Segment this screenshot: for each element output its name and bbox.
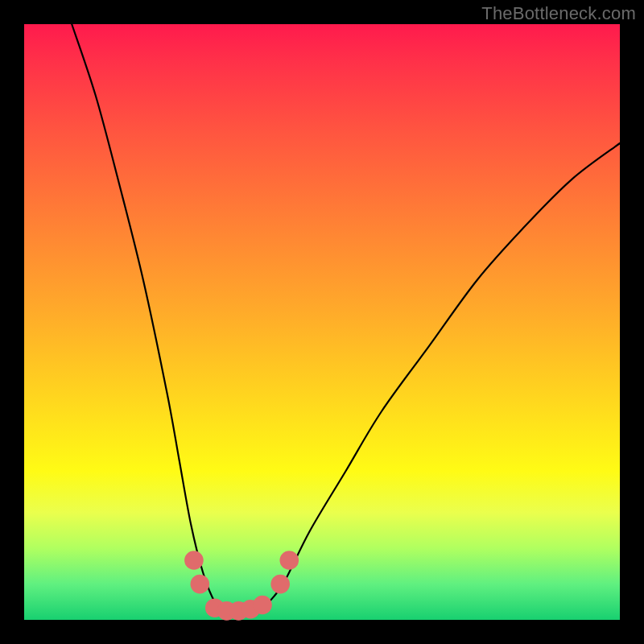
bottleneck-curve [72, 24, 620, 615]
marker-group [184, 551, 299, 621]
marker-bottom-5 [253, 596, 272, 615]
marker-right-lower [270, 575, 290, 594]
watermark-text: TheBottleneck.com [481, 3, 636, 24]
plot-area [24, 24, 620, 620]
chart-svg [24, 24, 620, 620]
chart-frame: TheBottleneck.com [0, 0, 644, 644]
marker-left-upper [184, 551, 204, 570]
marker-right-upper [280, 551, 299, 570]
marker-left-lower [191, 575, 210, 594]
